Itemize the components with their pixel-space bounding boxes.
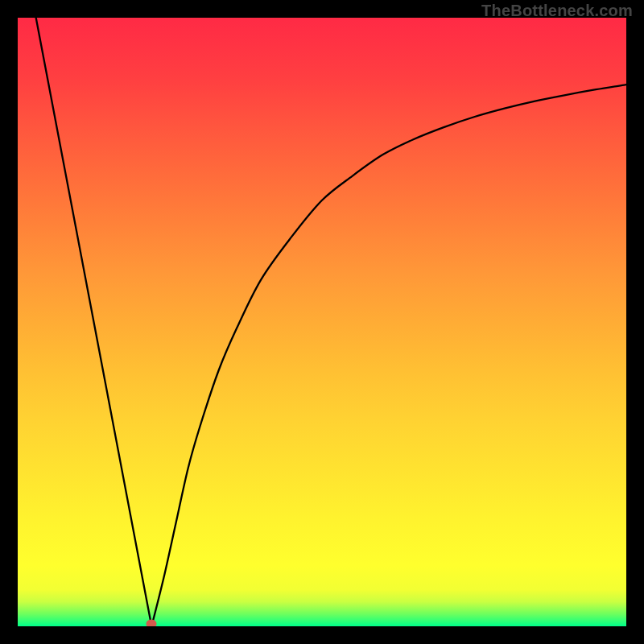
plot-area	[18, 18, 626, 626]
curve-path	[36, 18, 626, 626]
chart-frame: TheBottleneck.com	[0, 0, 644, 644]
chart-svg	[18, 18, 626, 626]
curve-group	[36, 18, 626, 626]
minimum-marker	[147, 620, 157, 627]
